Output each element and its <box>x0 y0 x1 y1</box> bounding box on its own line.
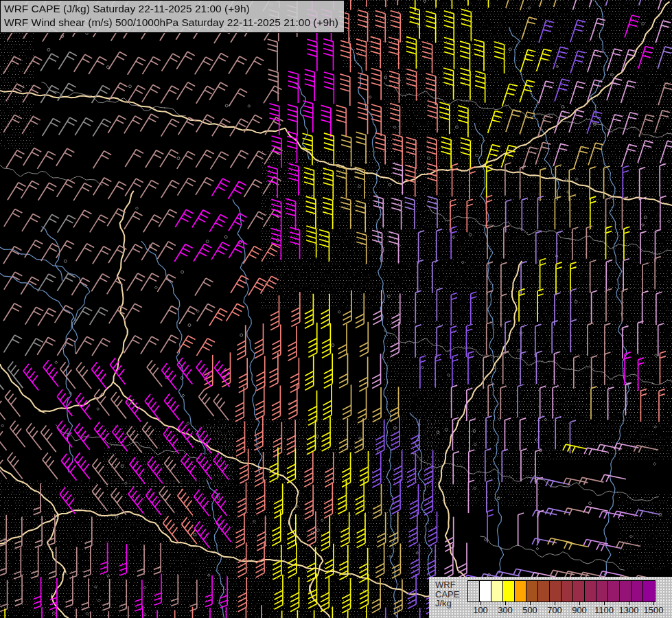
legend-tick-label-100: 100 <box>473 605 488 615</box>
legend-tick-label-300: 300 <box>498 605 513 615</box>
title-line-cape: WRF CAPE (J/kg) Saturday 22-11-2025 21:0… <box>4 2 338 16</box>
legend-tick-label-900: 900 <box>572 605 587 615</box>
legend-color-cell-0 <box>468 581 480 602</box>
legend-label-wrf: WRF <box>435 580 459 590</box>
legend-color-cell-3 <box>503 581 515 602</box>
legend-color-cell-14 <box>632 581 643 602</box>
legend-color-cell-8 <box>561 581 573 602</box>
legend-tick-label-1300: 1300 <box>619 605 639 615</box>
legend-color-cell-5 <box>526 581 538 602</box>
legend-color-cell-7 <box>550 581 561 602</box>
weather-map-viewport: WRF CAPE (J/kg) Saturday 22-11-2025 21:0… <box>0 0 672 618</box>
cape-legend-panel: WRF CAPE J/kg 10030050070090011001300150… <box>429 577 672 618</box>
legend-tick-label-700: 700 <box>547 605 562 615</box>
legend-label-unit: J/kg <box>435 599 459 608</box>
title-line-shear: WRF Wind shear (m/s) 500/1000hPa Saturda… <box>4 16 338 30</box>
legend-tick-label-1100: 1100 <box>594 605 614 615</box>
legend-colorbar <box>467 580 656 602</box>
legend-color-cell-6 <box>538 581 550 602</box>
legend-color-cell-9 <box>573 581 585 602</box>
legend-color-cell-2 <box>491 581 503 602</box>
legend-tick-label-500: 500 <box>522 605 537 615</box>
legend-color-cell-10 <box>585 581 596 602</box>
legend-color-cell-15 <box>643 581 655 602</box>
legend-color-cell-11 <box>596 581 608 602</box>
legend-label-cape: CAPE <box>435 590 459 599</box>
legend-color-cell-13 <box>620 581 632 602</box>
legend-label-block: WRF CAPE J/kg <box>435 580 459 608</box>
legend-color-cell-12 <box>608 581 620 602</box>
legend-color-cell-1 <box>480 581 491 602</box>
title-box: WRF CAPE (J/kg) Saturday 22-11-2025 21:0… <box>0 0 345 33</box>
legend-tick-label-1500: 1500 <box>644 605 664 615</box>
legend-color-cell-4 <box>515 581 526 602</box>
map-canvas <box>0 0 672 618</box>
